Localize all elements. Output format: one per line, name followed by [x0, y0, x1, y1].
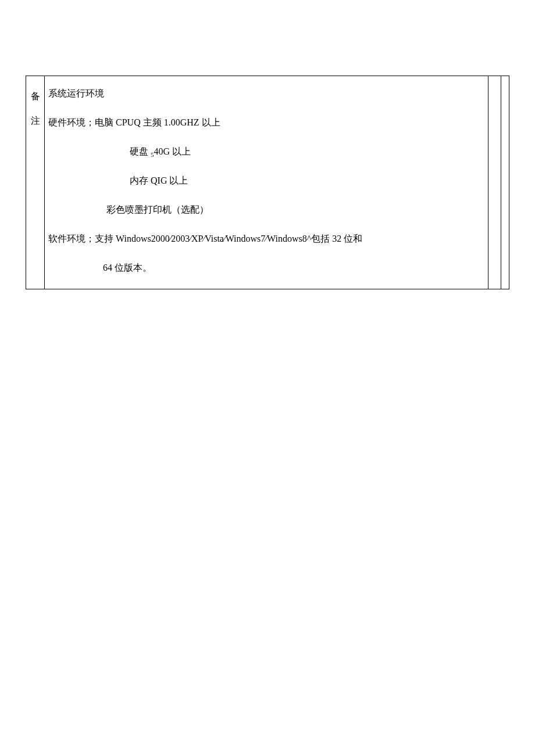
spacer-cell-2: [501, 76, 509, 289]
hardware-printer: 彩色喷墨打印机（选配）: [48, 200, 484, 219]
hardware-memory: 内存 QIG 以上: [48, 171, 484, 190]
hardware-cpu: 硬件环境；电脑 CPUQ 主频 1.00GHZ 以上: [48, 113, 484, 132]
content-cell: 系统运行环境 硬件环境；电脑 CPUQ 主频 1.00GHZ 以上 硬盘 540…: [45, 76, 488, 289]
spacer-cell-1: [488, 76, 501, 289]
hardware-disk: 硬盘 540G 以上: [48, 142, 484, 161]
system-env-title: 系统运行环境: [48, 84, 484, 103]
label-char-2: 注: [30, 109, 41, 133]
software-env-1: 软件环境；支持 Windows2000⁄2003⁄XP⁄Vista⁄Window…: [48, 230, 484, 248]
software-env-2: 64 位版本。: [48, 259, 484, 277]
table-row: 备 注 系统运行环境 硬件环境；电脑 CPUQ 主频 1.00GHZ 以上 硬盘…: [26, 76, 509, 289]
spec-table: 备 注 系统运行环境 硬件环境；电脑 CPUQ 主频 1.00GHZ 以上 硬盘…: [26, 76, 509, 289]
label-cell: 备 注: [26, 76, 45, 289]
label-char-1: 备: [30, 84, 41, 109]
